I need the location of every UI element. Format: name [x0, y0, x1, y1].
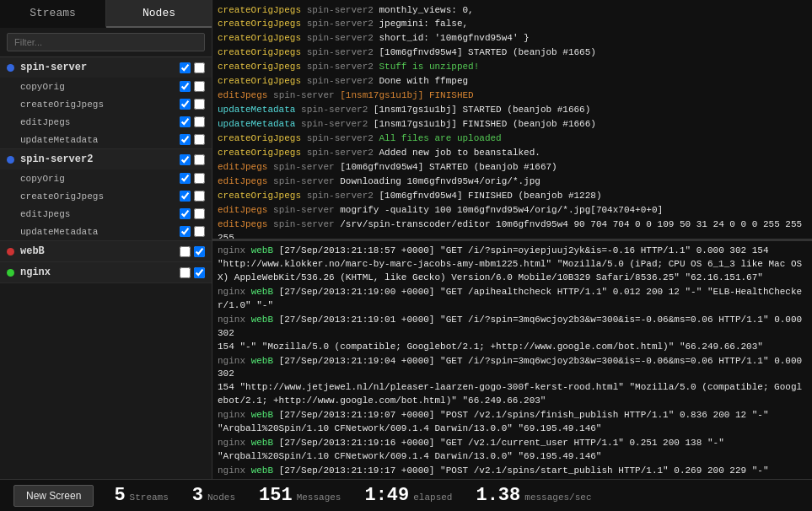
- messages-count: 151: [259, 485, 293, 506]
- checkbox-spin-server-2[interactable]: [194, 62, 205, 73]
- cb-ss2-1[interactable]: [180, 154, 191, 165]
- elapsed-count: 1:49: [364, 485, 409, 506]
- log-line: nginx webB [27/Sep/2013:21:18:57 +0000] …: [218, 245, 807, 286]
- cb-um2-b[interactable]: [194, 226, 205, 237]
- sidebar-tabs: Streams Nodes: [0, 0, 212, 28]
- stat-elapsed: 1:49 elapsed: [364, 485, 452, 506]
- sub-name-updatemeta-1: updateMetadata: [20, 135, 180, 145]
- log-line: updateMetadata spin-server2 [1nsm17gs1u1…: [218, 118, 807, 132]
- rate-label: messages/sec: [524, 492, 591, 503]
- cb-coj2-a[interactable]: [180, 191, 191, 202]
- log-line: updateMetadata spin-server2 [1nsm17gs1u1…: [218, 104, 807, 118]
- cb-copyorig-1-a[interactable]: [180, 81, 191, 92]
- sidebar: Streams Nodes spin-server copyOrig: [0, 0, 212, 479]
- dot-spin-server: [7, 64, 14, 72]
- log-line: createOrigJpegs spin-server2 [10m6gfnvd9…: [218, 46, 807, 61]
- stream-section-spin-server: spin-server copyOrig createOrigJpegs: [0, 57, 212, 149]
- rate-count: 1.38: [476, 485, 520, 506]
- cb-ej-1-b[interactable]: [194, 116, 205, 127]
- log-line: createOrigJpegs spin-server2 short_id: '…: [218, 32, 807, 46]
- cb-ej2-b[interactable]: [194, 208, 205, 219]
- cb-coj-1-b[interactable]: [194, 99, 205, 110]
- log-line: createOrigJpegs spin-server2 jpegmini: f…: [218, 18, 807, 32]
- log-panel-bottom[interactable]: nginx webB [27/Sep/2013:21:18:57 +0000] …: [212, 241, 812, 480]
- sub-item-copyorig-2: copyOrig: [0, 169, 212, 187]
- log-line: createOrigJpegs spin-server2 Done with f…: [218, 75, 807, 89]
- cb-coj-1-a[interactable]: [180, 99, 191, 110]
- cb-um-1-b[interactable]: [194, 134, 205, 145]
- cb-co2-b[interactable]: [194, 173, 205, 184]
- log-line: nginx webB [27/Sep/2013:21:19:04 +0000] …: [218, 354, 807, 409]
- log-area: createOrigJpegs spin-server2 monthly_vie…: [212, 0, 812, 479]
- cb-ej-1-a[interactable]: [180, 116, 191, 127]
- new-screen-button[interactable]: New Screen: [13, 485, 94, 507]
- log-line: createOrigJpegs spin-server2 monthly_vie…: [218, 3, 807, 18]
- log-line: editJpegs spin-server [10m6gfnvd95w4] ST…: [218, 160, 807, 175]
- cb-webb-1[interactable]: [180, 246, 191, 257]
- cb-um-1-a[interactable]: [180, 134, 191, 145]
- stat-messages: 151 Messages: [259, 485, 341, 506]
- cb-webb-2[interactable]: [194, 246, 205, 257]
- streams-count: 5: [114, 485, 125, 506]
- dot-nginx: [7, 269, 14, 277]
- bottom-bar: New Screen 5 Streams 3 Nodes 151 Message…: [0, 479, 812, 511]
- stream-header-spin-server2: spin-server2: [0, 149, 212, 169]
- nodes-count: 3: [192, 485, 203, 506]
- sub-item-editjpegs-2: editJpegs: [0, 205, 212, 223]
- tab-streams[interactable]: Streams: [0, 0, 106, 28]
- sub-name-editjpegs-2: editJpegs: [20, 209, 180, 219]
- filter-input[interactable]: [7, 33, 205, 51]
- log-line: createOrigJpegs spin-server2 All files a…: [218, 132, 807, 146]
- stream-section-nginx: nginx: [0, 262, 212, 283]
- filter-wrap: [0, 28, 212, 57]
- sub-name-createorigjpegs-2: createOrigJpegs: [20, 191, 180, 202]
- log-line: editJpegs spin-server mogrify -quality 1…: [218, 203, 807, 218]
- stream-name-webb: webB: [20, 245, 180, 257]
- sub-name-copyorig-2: copyOrig: [20, 174, 180, 184]
- sub-item-updatemeta-2: updateMetadata: [0, 223, 212, 240]
- elapsed-label: elapsed: [413, 492, 452, 503]
- dot-webb: [7, 248, 14, 256]
- sub-name-updatemeta-2: updateMetadata: [20, 227, 180, 237]
- cb-um2-a[interactable]: [180, 226, 191, 237]
- checkbox-spin-server-1[interactable]: [180, 62, 191, 73]
- stream-header-webb: webB: [0, 241, 212, 261]
- cb-coj2-b[interactable]: [194, 191, 205, 202]
- log-line: nginx webB [27/Sep/2013:21:19:07 +0000] …: [218, 409, 807, 437]
- log-panel-top[interactable]: createOrigJpegs spin-server2 monthly_vie…: [212, 0, 812, 241]
- sub-name-copyorig-1: copyOrig: [20, 82, 180, 92]
- log-line: nginx webB [27/Sep/2013:21:19:16 +0000] …: [218, 437, 807, 465]
- cb-co2-a[interactable]: [180, 173, 191, 184]
- log-line: createOrigJpegs spin-server2 [10m6gfnvd9…: [218, 189, 807, 203]
- log-line: editJpegs spin-server /srv/spin-transcod…: [218, 218, 807, 240]
- cb-ss2-2[interactable]: [194, 154, 205, 165]
- cb-copyorig-1-b[interactable]: [194, 81, 205, 92]
- sub-item-createorigjpegs-1: createOrigJpegs: [0, 95, 212, 113]
- cb-nginx-1[interactable]: [180, 267, 191, 278]
- cb-ej2-a[interactable]: [180, 208, 191, 219]
- stat-nodes: 3 Nodes: [192, 485, 235, 506]
- stream-header-spin-server: spin-server: [0, 57, 212, 78]
- stream-name-spin-server2: spin-server2: [20, 153, 180, 165]
- sub-name-editjpegs-1: editJpegs: [20, 117, 180, 127]
- sub-name-createorigjpegs-1: createOrigJpegs: [20, 100, 180, 110]
- cb-nginx-2[interactable]: [194, 267, 205, 278]
- stat-rate: 1.38 messages/sec: [476, 485, 591, 506]
- main-container: Streams Nodes spin-server copyOrig: [0, 0, 812, 479]
- dot-spin-server2: [7, 156, 14, 164]
- log-line: createOrigJpegs spin-server2 Added new j…: [218, 146, 807, 160]
- stream-section-webb: webB: [0, 241, 212, 262]
- stat-streams: 5 Streams: [114, 485, 168, 506]
- stream-section-spin-server2: spin-server2 copyOrig createOrigJpegs: [0, 149, 212, 241]
- log-line: nginx webB [27/Sep/2013:21:19:00 +0000] …: [218, 285, 807, 313]
- stream-name-spin-server: spin-server: [20, 62, 180, 73]
- checkbox-group-spin-server: [180, 62, 205, 73]
- log-line: nginx webB [27/Sep/2013:21:19:01 +0000] …: [218, 313, 807, 354]
- log-line: editJpegs spin-server Downloading 10m6gf…: [218, 175, 807, 189]
- nodes-label: Nodes: [207, 492, 235, 503]
- tab-nodes[interactable]: Nodes: [106, 0, 212, 28]
- log-line: nginx webB [27/Sep/2013:21:19:17 +0000] …: [218, 465, 807, 480]
- messages-label: Messages: [297, 492, 341, 503]
- sub-item-editjpegs-1: editJpegs: [0, 113, 212, 131]
- stream-header-nginx: nginx: [0, 262, 212, 282]
